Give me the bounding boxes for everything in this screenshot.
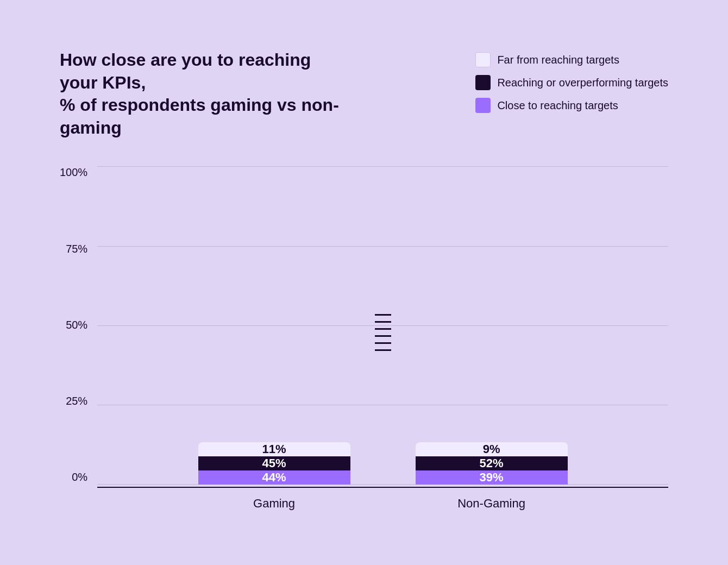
y-axis: 100% 75% 50% 25% 0%: [60, 166, 97, 511]
bar-group-gaming: 11% 45% 44%: [198, 442, 350, 485]
stacked-bar-gaming: 11% 45% 44%: [198, 442, 350, 485]
divider-line-4: [375, 335, 391, 337]
divider-lines: [375, 314, 391, 351]
divider-line-1: [375, 314, 391, 316]
y-label-0: 0%: [72, 471, 87, 484]
nongaming-close-label: 39%: [480, 470, 504, 485]
header-row: How close are you to reaching your KPIs,…: [60, 49, 668, 139]
legend-swatch-far: [475, 52, 491, 67]
divider-line-2: [375, 321, 391, 323]
bars-and-grid: 11% 45% 44%: [97, 166, 668, 485]
x-axis: Gaming Non-Gaming: [97, 497, 668, 511]
gaming-reaching-segment: 45%: [198, 456, 350, 470]
divider-line-5: [375, 342, 391, 344]
nongaming-reaching-label: 52%: [480, 456, 504, 470]
chart-body: 11% 45% 44%: [97, 166, 668, 511]
gaming-close-label: 44%: [262, 470, 286, 485]
legend-item-close: Close to reaching targets: [475, 98, 668, 113]
nongaming-far-label: 9%: [483, 442, 500, 456]
chart-area: 100% 75% 50% 25% 0%: [60, 166, 668, 511]
x-label-nongaming: Non-Gaming: [416, 497, 568, 511]
legend-label-reaching: Reaching or overperforming targets: [497, 77, 668, 89]
stacked-bar-nongaming: 9% 52% 39%: [416, 442, 568, 485]
divider-line-3: [375, 328, 391, 330]
y-label-75: 75%: [66, 243, 87, 255]
y-label-50: 50%: [66, 319, 87, 331]
legend-swatch-reaching: [475, 75, 491, 90]
nongaming-close-segment: 39%: [416, 470, 568, 485]
gaming-far-label: 11%: [262, 442, 286, 456]
bar-group-nongaming: 9% 52% 39%: [416, 442, 568, 485]
title-line2: % of respondents gaming vs non-gaming: [60, 95, 339, 137]
x-label-gaming: Gaming: [198, 497, 350, 511]
y-label-25: 25%: [66, 395, 87, 407]
nongaming-reaching-segment: 52%: [416, 456, 568, 470]
legend: Far from reaching targets Reaching or ov…: [475, 49, 668, 113]
legend-item-reaching: Reaching or overperforming targets: [475, 75, 668, 90]
gaming-reaching-label: 45%: [262, 456, 286, 470]
divider-line-6: [375, 349, 391, 351]
chart-title: How close are you to reaching your KPIs,…: [60, 49, 342, 139]
y-label-100: 100%: [60, 166, 87, 179]
legend-swatch-close: [475, 98, 491, 113]
chart-container: How close are you to reaching your KPIs,…: [27, 22, 701, 543]
baseline: [97, 487, 668, 488]
title-line1: How close are you to reaching your KPIs,: [60, 50, 311, 92]
legend-item-far: Far from reaching targets: [475, 52, 668, 67]
nongaming-far-segment: 9%: [416, 442, 568, 456]
legend-label-far: Far from reaching targets: [497, 54, 619, 66]
gaming-far-segment: 11%: [198, 442, 350, 456]
gaming-close-segment: 44%: [198, 470, 350, 485]
legend-label-close: Close to reaching targets: [497, 99, 618, 112]
